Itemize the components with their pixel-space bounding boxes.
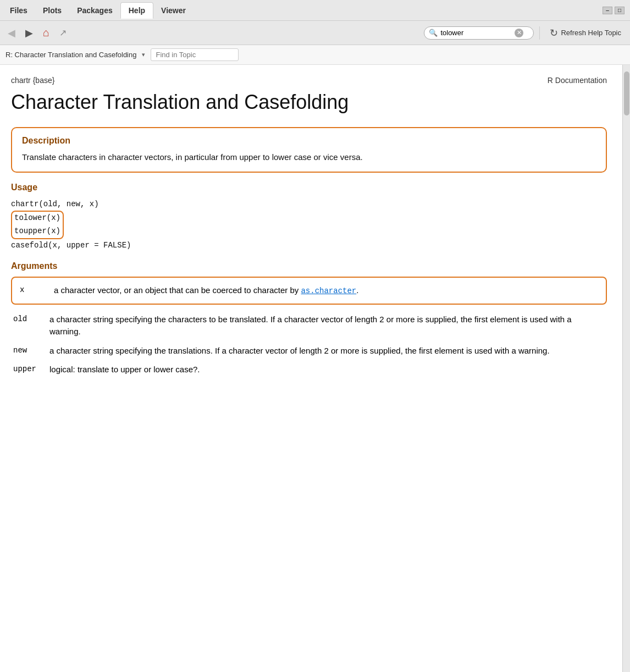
- forward-icon: ▶: [25, 27, 33, 39]
- arg-row-upper: upper logical: translate to upper or low…: [11, 360, 607, 379]
- external-link-icon: ↗: [59, 27, 67, 38]
- back-button[interactable]: ◀: [4, 25, 19, 41]
- external-link-button[interactable]: ↗: [56, 25, 70, 40]
- arg-x-desc-prefix: a character vector, or an object that ca…: [54, 285, 301, 295]
- as-character-link[interactable]: as.character: [301, 287, 356, 295]
- back-icon: ◀: [8, 27, 15, 39]
- tab-help[interactable]: Help: [120, 2, 153, 19]
- main-container: chartr {base} R Documentation Character …: [0, 65, 630, 672]
- usage-heading: Usage: [11, 183, 607, 192]
- arg-old-name: old: [11, 310, 47, 341]
- refresh-icon: ↻: [550, 27, 558, 39]
- tab-packages[interactable]: Packages: [69, 3, 120, 18]
- breadcrumb-dropdown-icon[interactable]: ▾: [142, 51, 145, 58]
- code-line-highlighted: tolower(x)toupper(x): [11, 211, 607, 239]
- tab-plots[interactable]: Plots: [35, 3, 69, 18]
- scrollbar-thumb[interactable]: [624, 71, 629, 115]
- forward-button[interactable]: ▶: [22, 25, 36, 41]
- minimize-button[interactable]: –: [603, 7, 612, 14]
- code-line-1: chartr(old, new, x): [11, 198, 607, 211]
- arg-x-name: x: [13, 279, 46, 302]
- code-line-4: casefold(x, upper = FALSE): [11, 239, 607, 252]
- breadcrumb-bar: R: Character Translation and Casefolding…: [0, 45, 630, 65]
- tab-viewer[interactable]: Viewer: [153, 3, 194, 18]
- arg-x-desc: a character vector, or an object that ca…: [47, 279, 605, 302]
- maximize-button[interactable]: □: [615, 7, 625, 14]
- home-icon: ⌂: [43, 26, 49, 39]
- arg-row-x: x a character vector, or an object that …: [11, 277, 607, 310]
- arguments-heading: Arguments: [11, 261, 607, 271]
- help-header: chartr {base} R Documentation: [11, 76, 607, 85]
- window-controls: – □: [603, 7, 628, 14]
- toolbar: ◀ ▶ ⌂ ↗ 🔍 ✕ ↻ Refresh Help Topic: [0, 21, 630, 45]
- arg-new-name: new: [11, 341, 47, 361]
- search-box: 🔍 ✕: [424, 26, 534, 40]
- arg-upper-desc: logical: translate to upper or lower cas…: [47, 360, 607, 379]
- arg-old-desc: a character string specifying the charac…: [47, 310, 607, 341]
- search-input[interactable]: [440, 29, 512, 37]
- arg-x-box: x a character vector, or an object that …: [11, 277, 607, 305]
- refresh-label: Refresh Help Topic: [561, 29, 621, 37]
- arg-upper-name: upper: [11, 360, 47, 379]
- toolbar-divider: [539, 26, 540, 40]
- code-highlight-box: tolower(x)toupper(x): [11, 211, 64, 239]
- home-button[interactable]: ⌂: [40, 24, 53, 41]
- arg-new-desc: a character string specifying the transl…: [47, 341, 607, 361]
- scrollbar[interactable]: [622, 65, 630, 672]
- search-icon: 🔍: [429, 29, 438, 37]
- tab-files[interactable]: Files: [2, 3, 35, 18]
- arguments-table: x a character vector, or an object that …: [11, 277, 607, 379]
- tab-bar: Files Plots Packages Help Viewer – □: [0, 0, 630, 21]
- description-section-box: Description Translate characters in char…: [11, 127, 607, 173]
- arg-row-old: old a character string specifying the ch…: [11, 310, 607, 341]
- description-body: Translate characters in character vector…: [22, 151, 596, 164]
- refresh-button[interactable]: ↻ Refresh Help Topic: [545, 25, 626, 41]
- arg-x-desc-suffix: .: [356, 285, 358, 295]
- description-heading: Description: [22, 136, 596, 146]
- package-name: chartr {base}: [11, 76, 54, 85]
- breadcrumb-text[interactable]: R: Character Translation and Casefolding: [5, 51, 136, 59]
- arg-row-new: new a character string specifying the tr…: [11, 341, 607, 361]
- find-in-topic-input[interactable]: [151, 48, 239, 61]
- code-block: chartr(old, new, x) tolower(x)toupper(x)…: [11, 198, 607, 252]
- clear-search-button[interactable]: ✕: [515, 29, 523, 37]
- content-area: chartr {base} R Documentation Character …: [0, 65, 622, 672]
- r-documentation-label: R Documentation: [548, 76, 607, 85]
- help-title: Character Translation and Casefolding: [11, 90, 607, 114]
